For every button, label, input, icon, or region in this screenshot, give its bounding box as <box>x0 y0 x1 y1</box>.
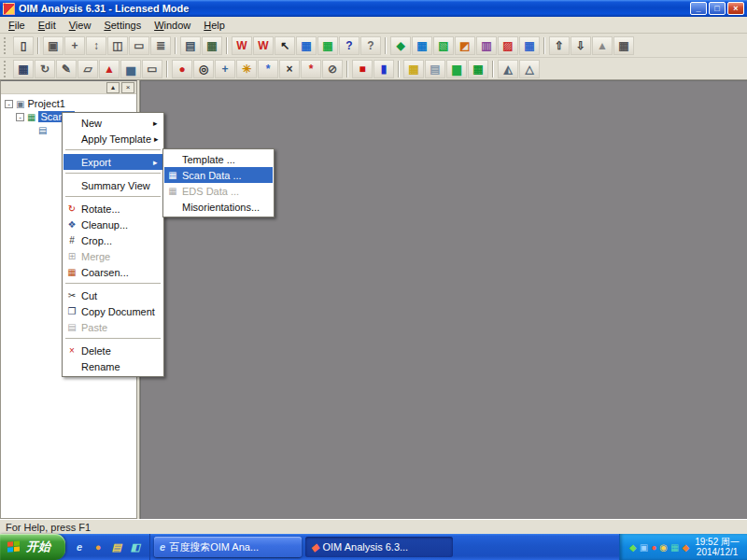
menubar-item[interactable]: Settings <box>97 18 148 33</box>
task-button[interactable]: e 百度搜索OIM Ana... <box>154 537 302 557</box>
toolbar-button[interactable]: × <box>279 60 300 78</box>
submenu-item[interactable]: ▦ EDS Data ... <box>164 183 273 199</box>
context-menu-item[interactable]: ✂ Cut <box>63 287 162 303</box>
toolbar-button[interactable]: ◫ <box>107 36 128 55</box>
toolbar-button[interactable]: ⇧ <box>549 36 570 55</box>
toolbar-button[interactable]: ◆ <box>390 36 411 55</box>
toolbar-button[interactable]: ▯ <box>13 36 34 55</box>
context-menu-item[interactable]: Export <box>63 154 162 170</box>
tray-icon[interactable]: ◆ <box>682 542 689 553</box>
toolbar-button[interactable]: ⊘ <box>322 60 343 78</box>
toolbar-button[interactable]: ⇩ <box>571 36 591 55</box>
context-menu-item[interactable]: # Crop... <box>63 232 162 248</box>
toolbar-button-icon: ◫ <box>112 39 122 52</box>
toolbar-separator <box>543 37 545 54</box>
toolbar-button[interactable]: ? <box>360 36 381 55</box>
tray-icon[interactable]: ◆ <box>629 542 637 553</box>
context-menu-item[interactable]: ❖ Cleanup... <box>63 217 162 232</box>
menubar-item[interactable]: Help <box>197 18 232 33</box>
close-button[interactable]: × <box>727 2 744 15</box>
toolbar-button[interactable]: ▦ <box>412 36 432 55</box>
submenu-item[interactable]: ▦ Scan Data ... <box>164 167 273 183</box>
toolbar-button[interactable]: ✎ <box>56 60 77 78</box>
quick-launch-icon[interactable]: e <box>72 539 87 554</box>
toolbar-button[interactable]: ▦ <box>296 36 317 55</box>
toolbar-button[interactable]: ▤ <box>180 36 201 55</box>
menubar-item[interactable]: Window <box>148 18 197 33</box>
toolbar-button[interactable]: * <box>258 60 278 78</box>
context-menu-item[interactable]: New <box>63 115 162 131</box>
toolbar-button[interactable]: ▦ <box>468 60 488 78</box>
menubar-item[interactable]: View <box>63 18 98 33</box>
toolbar-button[interactable]: ◭ <box>498 60 518 78</box>
toolbar-button[interactable]: * <box>301 60 321 78</box>
toolbar-button[interactable]: ▦ <box>519 36 540 55</box>
context-menu-item[interactable]: ▤ Paste <box>63 319 162 335</box>
tray-icon[interactable]: ▦ <box>670 542 679 553</box>
submenu-item[interactable]: Misorientations... <box>164 199 273 215</box>
menubar-item[interactable]: Edit <box>32 18 63 33</box>
toolbar-button[interactable]: ▦ <box>403 60 424 78</box>
tree-expander[interactable]: - <box>16 113 24 121</box>
toolbar-button[interactable]: ? <box>339 36 359 55</box>
toolbar-button[interactable]: △ <box>519 60 540 78</box>
toolbar-button[interactable]: ▲ <box>592 36 613 55</box>
panel-close-button[interactable]: × <box>121 82 134 93</box>
toolbar-button[interactable]: ▭ <box>142 60 162 78</box>
toolbar-button[interactable]: ▭ <box>129 36 149 55</box>
minimize-button[interactable]: _ <box>690 2 707 15</box>
toolbar-button[interactable]: ■ <box>352 60 373 78</box>
toolbar-button[interactable]: ▧ <box>433 36 454 55</box>
panel-pin-button[interactable]: ▴ <box>106 82 120 93</box>
toolbar-button[interactable]: ▱ <box>78 60 98 78</box>
toolbar-button[interactable]: ▨ <box>498 36 518 55</box>
toolbar-button[interactable]: W <box>253 36 274 55</box>
tree-expander[interactable]: - <box>5 100 13 108</box>
toolbar-button[interactable]: ▲ <box>99 60 120 78</box>
context-menu-item[interactable]: Summary View <box>63 177 162 193</box>
toolbar-button[interactable]: ▦ <box>13 60 34 78</box>
toolbar-button[interactable]: ◎ <box>193 60 214 78</box>
toolbar-button[interactable]: ↖ <box>275 36 295 55</box>
toolbar-button[interactable]: ≣ <box>150 36 171 55</box>
toolbar-button[interactable]: ▦ <box>613 36 634 55</box>
toolbar-button[interactable]: ↻ <box>35 60 55 78</box>
toolbar-button[interactable]: ▦ <box>317 36 338 55</box>
toolbar-button[interactable]: ▅ <box>120 60 141 78</box>
context-menu-item[interactable]: ⊞ Merge <box>63 248 162 264</box>
menubar-item[interactable]: File <box>2 18 32 33</box>
toolbar-button[interactable]: ▮ <box>374 60 394 78</box>
toolbar-button[interactable]: W <box>232 36 252 55</box>
toolbar-button[interactable]: + <box>215 60 235 78</box>
context-menu-item[interactable]: ↻ Rotate... <box>63 201 162 217</box>
clock[interactable]: 19:52 周一 2014/12/1 <box>695 537 740 557</box>
context-menu-item[interactable]: × Delete <box>63 343 162 358</box>
toolbar-button[interactable]: ▦ <box>202 36 222 55</box>
toolbar-button[interactable]: ▆ <box>446 60 467 78</box>
start-button[interactable]: 开始 <box>0 534 65 560</box>
menu-item-label: Misorientations... <box>182 202 261 213</box>
context-menu-item[interactable]: Apply Template <box>63 131 162 147</box>
context-menu-item[interactable]: Rename <box>63 358 162 374</box>
toolbar-button[interactable]: ▣ <box>43 36 63 55</box>
toolbar-button[interactable]: ▥ <box>476 36 497 55</box>
submenu-item[interactable]: Template ... <box>164 151 273 167</box>
tray-icon[interactable]: ◉ <box>659 542 668 553</box>
quick-launch-icon[interactable]: ◧ <box>128 539 143 554</box>
toolbar-button[interactable]: ✳ <box>236 60 257 78</box>
maximize-button[interactable]: □ <box>709 2 726 15</box>
task-button[interactable]: ◆ OIM Analysis 6.3... <box>305 537 453 557</box>
context-menu-item[interactable]: ▦ Coarsen... <box>63 264 162 280</box>
context-menu-item[interactable]: ❐ Copy Document <box>63 303 162 319</box>
tray-icon[interactable]: ▣ <box>640 542 648 553</box>
toolbar-button[interactable]: ● <box>172 60 192 78</box>
toolbar-button[interactable]: ↕ <box>86 36 106 55</box>
quick-launch-icon[interactable]: ▤ <box>109 539 124 554</box>
toolbar-button[interactable]: ▤ <box>425 60 445 78</box>
tray-icon[interactable]: ● <box>651 542 656 553</box>
menu-item-label: Rotate... <box>81 203 150 215</box>
tree-item[interactable]: - ▣ Project1 <box>3 97 134 110</box>
toolbar-button[interactable]: + <box>64 36 85 55</box>
quick-launch-icon[interactable]: ● <box>91 539 106 554</box>
toolbar-button[interactable]: ◩ <box>455 36 475 55</box>
